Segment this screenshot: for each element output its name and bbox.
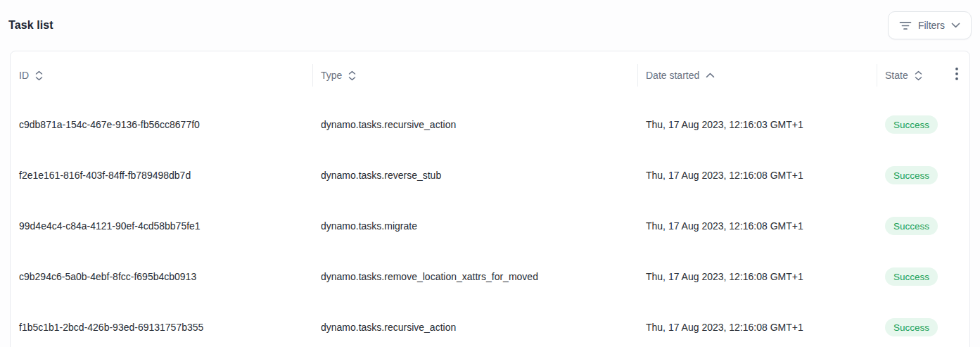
status-badge: Success (885, 166, 938, 184)
column-header-label: Date started (646, 70, 699, 81)
kebab-menu-icon (955, 68, 958, 80)
cell-id: c9b294c6-5a0b-4ebf-8fcc-f695b4cb0913 (11, 271, 312, 282)
table-row[interactable]: c9db871a-154c-467e-9136-fb56cc8677f0 dyn… (11, 99, 969, 150)
column-header-label: ID (19, 70, 29, 81)
table-row[interactable]: 99d4e4c4-c84a-4121-90ef-4cd58bb75fe1 dyn… (11, 201, 969, 251)
cell-date-started: Thu, 17 Aug 2023, 12:16:08 GMT+1 (637, 322, 877, 333)
task-list-page: Task list Filters ID (0, 0, 980, 347)
cell-state: Success (877, 115, 969, 134)
status-badge: Success (885, 267, 938, 286)
filters-button[interactable]: Filters (888, 11, 972, 39)
cell-date-started: Thu, 17 Aug 2023, 12:16:08 GMT+1 (637, 220, 877, 232)
cell-id: c9db871a-154c-467e-9136-fb56cc8677f0 (11, 119, 312, 130)
filter-lines-icon (899, 21, 912, 30)
page-title: Task list (8, 19, 53, 32)
cell-type: dynamo.tasks.recursive_action (312, 322, 637, 333)
status-badge: Success (885, 115, 938, 134)
cell-date-started: Thu, 17 Aug 2023, 12:16:08 GMT+1 (637, 271, 877, 282)
table-body: c9db871a-154c-467e-9136-fb56cc8677f0 dyn… (11, 99, 969, 347)
cell-state: Success (877, 318, 969, 336)
chevron-down-icon (951, 23, 960, 28)
column-header-label: Type (321, 70, 342, 81)
cell-id: f2e1e161-816f-403f-84ff-fb789498db7d (11, 170, 312, 181)
column-header-date-started[interactable]: Date started (637, 51, 877, 99)
cell-id: f1b5c1b1-2bcd-426b-93ed-69131757b355 (11, 322, 312, 333)
sort-icon[interactable] (348, 70, 356, 81)
task-table-card: ID Type Date started (10, 51, 970, 347)
cell-type: dynamo.tasks.reverse_stub (312, 170, 637, 181)
column-header-id[interactable]: ID (11, 51, 312, 99)
cell-type: dynamo.tasks.recursive_action (312, 119, 637, 130)
filters-button-label: Filters (918, 20, 945, 31)
page-header: Task list Filters (0, 0, 980, 51)
cell-state: Success (877, 267, 969, 286)
cell-date-started: Thu, 17 Aug 2023, 12:16:08 GMT+1 (637, 170, 877, 181)
cell-state: Success (877, 166, 969, 184)
cell-date-started: Thu, 17 Aug 2023, 12:16:03 GMT+1 (637, 119, 877, 130)
table-row[interactable]: f2e1e161-816f-403f-84ff-fb789498db7d dyn… (11, 150, 969, 201)
kebab-menu-button[interactable] (953, 65, 961, 83)
sort-icon[interactable] (915, 70, 922, 81)
cell-type: dynamo.tasks.remove_location_xattrs_for_… (312, 271, 637, 282)
status-badge: Success (885, 217, 938, 235)
cell-type: dynamo.tasks.migrate (312, 220, 637, 232)
status-badge: Success (885, 318, 938, 336)
cell-state: Success (877, 217, 969, 235)
table-row[interactable]: c9b294c6-5a0b-4ebf-8fcc-f695b4cb0913 dyn… (11, 251, 969, 302)
table-header-row: ID Type Date started (11, 51, 969, 99)
sort-ascending-icon[interactable] (706, 72, 715, 78)
table-row[interactable]: f1b5c1b1-2bcd-426b-93ed-69131757b355 dyn… (11, 302, 969, 347)
cell-id: 99d4e4c4-c84a-4121-90ef-4cd58bb75fe1 (11, 220, 312, 232)
sort-icon[interactable] (35, 70, 43, 81)
column-header-type[interactable]: Type (312, 51, 637, 99)
column-header-label: State (885, 70, 908, 81)
